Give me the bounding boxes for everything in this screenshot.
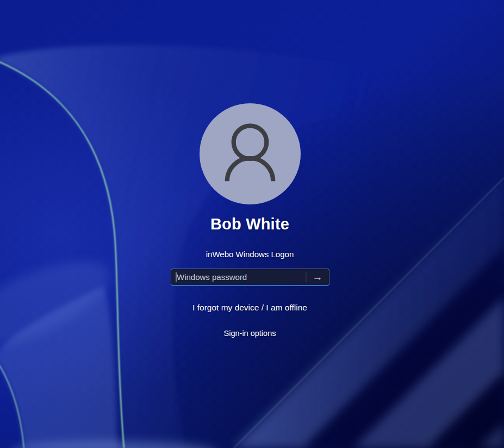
password-field-group: →: [170, 269, 329, 286]
submit-button[interactable]: →: [306, 269, 329, 285]
forgot-device-link[interactable]: I forgot my device / I am offline: [0, 303, 500, 313]
sign-in-options-link[interactable]: Sign-in options: [0, 329, 500, 338]
user-name: Bob White: [0, 215, 500, 233]
avatar: [200, 103, 301, 204]
user-silhouette-icon: [200, 103, 301, 204]
password-input[interactable]: [171, 269, 306, 285]
login-screen: Bob White inWebo Windows Logon → I forgo…: [0, 0, 504, 448]
login-panel: Bob White inWebo Windows Logon → I forgo…: [0, 0, 500, 448]
provider-label: inWebo Windows Logon: [0, 250, 500, 259]
arrow-right-icon: →: [313, 272, 323, 282]
